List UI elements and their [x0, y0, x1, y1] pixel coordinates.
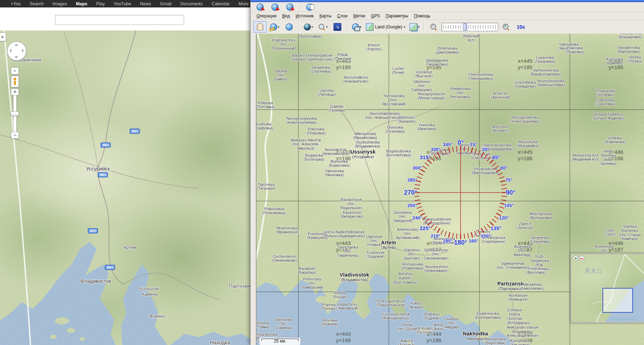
- pan-left-icon[interactable]: [10, 49, 11, 52]
- pan-control[interactable]: [7, 41, 26, 61]
- map-label: Varfolomeevka(Варфоломеевка): [530, 68, 561, 77]
- overview-minimap[interactable]: ◆ ▬ 黑龙江 Preobrazheniye(пос.: [570, 253, 644, 323]
- menu-[interactable]: Вид: [280, 13, 292, 19]
- island: [55, 317, 69, 324]
- compass-degree-label: 30°: [482, 146, 489, 152]
- toolbar-separator: [424, 22, 424, 32]
- ussuri-bay-water: [121, 265, 167, 345]
- menu-bar: ОперацииВидИсточникКартыСлоиМеткиGPSПара…: [251, 12, 644, 20]
- sidebar-collapse-button[interactable]: ▶: [0, 33, 6, 41]
- layers-map-button[interactable]: ▾: [408, 21, 421, 33]
- map-label: Trudovoye(Трудовое): [366, 250, 385, 259]
- menu-gps[interactable]: GPS: [368, 13, 382, 19]
- map-label: Lipovtsy(Липовцы): [318, 88, 336, 97]
- map-label: Putyatin(Путятин): [417, 326, 434, 335]
- hand-button[interactable]: [253, 21, 267, 33]
- compass-degree-label: 240°: [412, 215, 422, 220]
- search-magnifier-button[interactable]: ▾: [316, 21, 330, 33]
- compass-degree-label: 60°: [500, 165, 507, 170]
- main-toolbar: ▾▾▾↘▾Land (Google)▾▾−+10x: [251, 20, 644, 34]
- nav-item-play[interactable]: Play: [96, 1, 105, 6]
- map-label: Priluki(Прилуки): [334, 52, 351, 61]
- zoom-slider-ticks: [443, 24, 496, 30]
- map-label: Bogatyrka(Богатырка): [304, 153, 324, 162]
- full-extent-globe-button[interactable]: [282, 21, 296, 33]
- minimap-zoom-out-icon[interactable]: ▬: [579, 256, 584, 261]
- map-label: Popova(Попова): [321, 302, 336, 311]
- map-label: Kiparisovo(Кипарисово): [341, 210, 364, 219]
- map-source-label: Land (Google): [374, 24, 403, 29]
- minimap-viewport-rect[interactable]: [602, 288, 633, 313]
- goto-arrow-button[interactable]: ↘: [331, 21, 344, 33]
- pan-down-icon[interactable]: [15, 56, 18, 58]
- zoom-out-button[interactable]: −: [427, 21, 440, 33]
- tile-coordinate-label: x=443 y=188: [336, 331, 351, 344]
- map-label: Kamenka(Каменка): [606, 57, 623, 66]
- ruler-globe-button[interactable]: ▾: [268, 21, 281, 33]
- zoom-out-button[interactable]: −: [11, 132, 19, 139]
- map-label: Novosysoyevka(Новосысоевка): [537, 79, 565, 87]
- menu-[interactable]: Карты: [317, 13, 334, 19]
- nav-item-documents[interactable]: Documents: [180, 1, 203, 6]
- my-location-button[interactable]: [11, 67, 19, 74]
- pan-up-icon[interactable]: [15, 44, 18, 46]
- compass-degree-label: 345°: [443, 141, 452, 147]
- nav-item-calendar[interactable]: Calendar: [212, 1, 230, 6]
- map-label: Sergeevka(Сергеевка): [310, 65, 331, 74]
- map-label: Ussuriysk(Уссурийск): [350, 149, 375, 159]
- menu-[interactable]: Метки: [351, 13, 368, 19]
- minimap-faint-label: Preobrazheniye(пос.: [611, 317, 637, 323]
- road-badge-m60: M60: [98, 172, 108, 178]
- dropdown-arrow-icon[interactable]: ▾: [404, 25, 406, 29]
- map-label: Chernigovka(Черниговка): [426, 58, 448, 67]
- nav-item-you[interactable]: +You: [11, 1, 21, 6]
- map-label: Bulyga-Fadeevo(Булыга-Фадеево): [593, 112, 624, 121]
- dropdown-arrow-icon[interactable]: ▾: [418, 25, 420, 29]
- nav-item-images[interactable]: Images: [53, 1, 67, 6]
- download-polygon-globe-button[interactable]: [283, 1, 297, 13]
- pan-right-icon[interactable]: [22, 49, 24, 52]
- pegman-icon[interactable]: [13, 78, 16, 80]
- zoom-slider[interactable]: [441, 23, 498, 31]
- menu-[interactable]: Операции: [254, 13, 279, 19]
- nav-item-news[interactable]: News: [140, 1, 151, 6]
- nav-item-gmail[interactable]: Gmail: [160, 1, 172, 6]
- map-label: Vozdvizhenka(Воздвиженка): [355, 140, 380, 149]
- map-source-button[interactable]: Land (Google)▾: [364, 21, 407, 33]
- minimap-zoom-in-icon[interactable]: ◆: [573, 256, 578, 261]
- nav-item-youtube[interactable]: YouTube: [114, 1, 131, 6]
- map-label: Zales'e(Залесье): [517, 222, 534, 230]
- search-input[interactable]: [55, 15, 184, 25]
- zoom-in-button[interactable]: +: [499, 21, 513, 33]
- map-label: Zavodskoy(пос. Заводской): [390, 210, 415, 223]
- google-map-canvas[interactable]: ПограничныйУссурийскАртемВладивостокБоль…: [0, 30, 251, 345]
- nav-item-search[interactable]: Search: [29, 1, 44, 6]
- sas-map-canvas[interactable]: x=443 y=185x=444 y=185x=445 y=185x=446 y…: [256, 34, 644, 345]
- zoom-in-button[interactable]: +: [11, 89, 19, 95]
- pegman-control[interactable]: [11, 76, 19, 87]
- map-label: Uglekamensk(пос. Углекаменск): [496, 261, 529, 270]
- download-last-selection-globe-button[interactable]: [268, 1, 282, 13]
- map-label: Poyma(Пойма): [256, 321, 270, 329]
- datasource-globe-button[interactable]: ▾: [350, 21, 363, 33]
- menu-[interactable]: Слои: [335, 13, 350, 19]
- layers-map-icon: [409, 23, 417, 31]
- night-sphere-icon: [304, 23, 311, 30]
- road-badge-m60: M60: [100, 143, 111, 148]
- nav-item-maps[interactable]: Maps: [76, 1, 87, 6]
- selection-manager-globe-button[interactable]: [303, 1, 317, 13]
- menu-[interactable]: Источник: [293, 13, 316, 19]
- map-label: Фокино: [149, 313, 165, 319]
- download-selection-globe-button[interactable]: [253, 1, 267, 13]
- dropdown-arrow-icon[interactable]: ▾: [312, 25, 313, 29]
- dropdown-arrow-icon[interactable]: ▾: [326, 25, 328, 29]
- menu-[interactable]: Параметры: [383, 13, 411, 19]
- zoom-slider-handle[interactable]: [463, 23, 467, 30]
- map-label: Yuzhnorechensk(Южнореченск): [381, 312, 410, 321]
- night-sphere-button[interactable]: ▾: [302, 21, 315, 33]
- map-label: Ekaterinovka(Екатериновка): [475, 311, 501, 320]
- zoom-slider-handle[interactable]: [11, 111, 19, 116]
- menu-[interactable]: Помощь: [412, 13, 433, 19]
- map-label: Monastyrishche(Монастырище): [418, 92, 445, 100]
- dropdown-arrow-icon[interactable]: ▾: [278, 25, 280, 29]
